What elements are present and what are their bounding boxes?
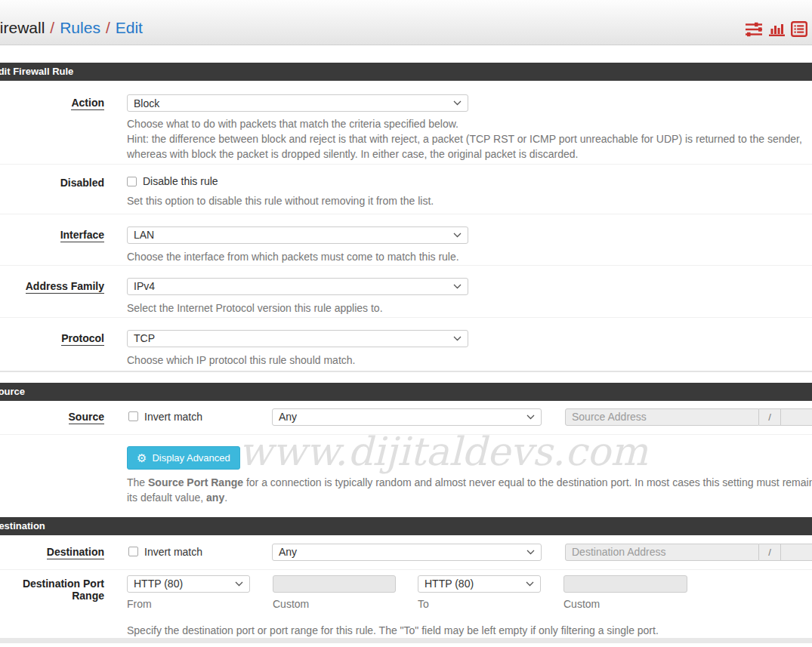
chevron-down-icon [235, 581, 243, 587]
source-invert-label: Invert match [144, 411, 202, 423]
page: Firewall/Rules/Edit [0, 0, 812, 643]
panel-source: Source Source Invert match Any / [0, 383, 812, 512]
source-advanced-row: ⚙ Display Advanced The Source Port Range… [0, 435, 812, 512]
list-icon[interactable] [791, 21, 807, 37]
destination-invert-checkbox[interactable] [128, 547, 138, 556]
display-advanced-button[interactable]: ⚙ Display Advanced [127, 446, 240, 470]
port-to-custom-input[interactable] [563, 575, 687, 593]
panel-title: Destination [0, 517, 812, 535]
destination-invert-label: Invert match [144, 546, 202, 558]
action-select[interactable]: Block [127, 94, 468, 112]
breadcrumb-bar: Firewall/Rules/Edit [0, 0, 812, 45]
breadcrumb-separator: / [100, 19, 116, 36]
destination-mask-separator: / [759, 544, 781, 561]
address-family-help: Select the Internet Protocol version thi… [127, 300, 812, 316]
source-address-input[interactable] [565, 408, 759, 426]
source-label: Source [69, 411, 104, 424]
source-type-select[interactable]: Any [272, 408, 542, 426]
address-family-select[interactable]: IPv4 [127, 278, 468, 295]
chevron-down-icon [453, 233, 462, 238]
from-caption: From [127, 598, 152, 610]
breadcrumb-link-edit[interactable]: Edit [116, 19, 143, 36]
chevron-down-icon [526, 550, 535, 555]
port-from-custom-input[interactable] [273, 575, 396, 593]
chevron-down-icon [526, 414, 535, 420]
destination-address-input[interactable] [565, 544, 759, 561]
interface-select[interactable]: LAN [127, 226, 468, 244]
field-row-disabled: Disabled Disable this rule Set this opti… [0, 165, 812, 214]
source-invert-checkbox[interactable] [128, 411, 138, 421]
disable-rule-checkbox-label: Disable this rule [143, 175, 218, 187]
panel-title: Source [0, 383, 812, 401]
gear-icon: ⚙ [137, 452, 147, 464]
destination-label: Destination [47, 546, 104, 559]
field-row-destination-port-range: Destination Port Range HTTP (80) HTTP (8… [0, 570, 812, 638]
destination-port-help: Specify the destination port or port ran… [127, 623, 812, 638]
panel-destination: Destination Destination Invert match Any [0, 517, 812, 643]
breadcrumb-link-rules[interactable]: Rules [60, 19, 100, 36]
source-mask-separator: / [759, 408, 781, 426]
breadcrumb: Firewall/Rules/Edit [0, 19, 143, 37]
field-row-destination: Destination Invert match Any / [0, 535, 812, 570]
breadcrumb-separator: / [45, 19, 60, 36]
field-row-address-family: Address Family IPv4 Select the Internet … [0, 266, 812, 318]
destination-mask-input[interactable] [781, 544, 812, 561]
field-row-source: Source Invert match Any / [0, 401, 812, 435]
source-port-help: The Source Port Range for a connection i… [127, 475, 812, 505]
action-help: Choose what to do with packets that matc… [127, 116, 812, 162]
interface-label: Interface [60, 229, 104, 242]
chevron-down-icon [526, 581, 534, 587]
panel-title: Edit Firewall Rule [0, 63, 812, 81]
field-row-protocol: Protocol TCP Choose which IP protocol th… [0, 318, 812, 372]
custom-caption: Custom [273, 598, 309, 610]
field-row-interface: Interface LAN Choose the interface from … [0, 214, 812, 266]
chevron-down-icon [453, 336, 462, 341]
breadcrumb-item-firewall: Firewall [0, 19, 45, 36]
destination-port-range-label: Destination Port Range [23, 578, 104, 602]
address-family-label: Address Family [26, 280, 104, 294]
disabled-help: Set this option to disable this rule wit… [127, 193, 812, 208]
protocol-label: Protocol [61, 332, 104, 346]
port-to-select[interactable]: HTTP (80) [418, 575, 541, 593]
sliders-icon[interactable] [745, 21, 763, 37]
to-caption: To [418, 598, 429, 610]
port-from-select[interactable]: HTTP (80) [127, 575, 250, 593]
page-bottom-strip [0, 638, 812, 643]
protocol-help: Choose which IP protocol this rule shoul… [127, 353, 812, 368]
breadcrumb-toolbar [745, 21, 807, 37]
destination-type-select[interactable]: Any [272, 544, 542, 561]
port-range-captions: From Custom To Custom [127, 598, 812, 613]
bar-chart-icon[interactable] [768, 21, 786, 37]
field-row-action: Action Block Choose what to do with pack… [0, 81, 812, 165]
interface-help: Choose the interface from which packets … [127, 249, 812, 264]
panel-edit-firewall-rule: Edit Firewall Rule Action Block Choose w… [0, 63, 812, 372]
custom-caption: Custom [563, 598, 600, 610]
protocol-select[interactable]: TCP [127, 330, 468, 347]
chevron-down-icon [453, 100, 462, 106]
disabled-label: Disabled [60, 177, 104, 189]
disable-rule-checkbox[interactable] [127, 177, 137, 186]
chevron-down-icon [453, 284, 462, 289]
action-label: Action [71, 97, 104, 110]
source-mask-input[interactable] [781, 408, 812, 426]
